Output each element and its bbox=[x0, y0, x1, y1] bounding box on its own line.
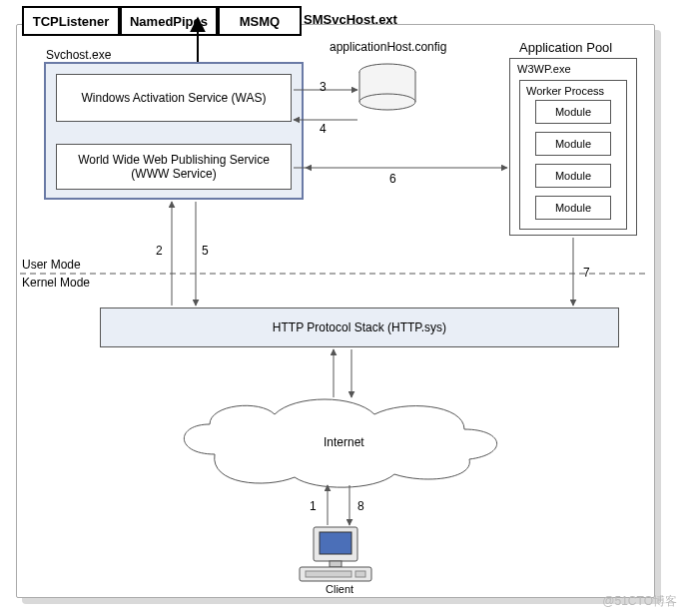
watermark: @51CTO博客 bbox=[602, 593, 677, 610]
num-4: 4 bbox=[320, 122, 327, 136]
svchost-title: Svchost.exe bbox=[46, 48, 111, 62]
worker-process-label: Worker Process bbox=[526, 85, 604, 97]
named-pipes-label: NamedPipes bbox=[130, 14, 208, 29]
module-box-4: Module bbox=[535, 196, 611, 220]
tcp-listener-box: TCPListener bbox=[22, 6, 120, 36]
num-2: 2 bbox=[156, 244, 163, 258]
num-1: 1 bbox=[310, 499, 317, 513]
module-box-1: Module bbox=[535, 100, 611, 124]
num-5: 5 bbox=[202, 244, 209, 258]
num-8: 8 bbox=[357, 499, 364, 513]
application-pool-label: Application Pool bbox=[519, 40, 612, 55]
w3wp-title: W3WP.exe bbox=[517, 63, 571, 75]
num-3: 3 bbox=[320, 80, 327, 94]
client-label: Client bbox=[326, 583, 353, 595]
httpsys-box: HTTP Protocol Stack (HTTP.sys) bbox=[100, 308, 619, 347]
svchost-ext-label: SMSvcHost.ext bbox=[304, 12, 397, 27]
apphost-config-label: applicationHost.config bbox=[330, 40, 446, 54]
num-6: 6 bbox=[389, 172, 396, 186]
named-pipes-box: NamedPipes bbox=[120, 6, 218, 36]
diagram-root: TCPListener NamedPipes MSMQ SMSvcHost.ex… bbox=[0, 0, 689, 616]
kernel-mode-label: Kernel Mode bbox=[22, 276, 90, 290]
httpsys-label: HTTP Protocol Stack (HTTP.sys) bbox=[273, 320, 446, 334]
was-label: Windows Activation Service (WAS) bbox=[82, 91, 267, 105]
internet-label: Internet bbox=[324, 435, 364, 449]
num-7: 7 bbox=[583, 266, 590, 280]
msmq-label: MSMQ bbox=[240, 14, 280, 29]
module-box-3: Module bbox=[535, 164, 611, 188]
user-mode-label: User Mode bbox=[22, 258, 81, 272]
msmq-box: MSMQ bbox=[218, 6, 302, 36]
www-service-label: World Wide Web Publishing Service (WWW S… bbox=[78, 153, 270, 181]
was-box: Windows Activation Service (WAS) bbox=[56, 74, 292, 122]
module-box-2: Module bbox=[535, 132, 611, 156]
www-service-box: World Wide Web Publishing Service (WWW S… bbox=[56, 144, 292, 190]
tcp-listener-label: TCPListener bbox=[33, 14, 110, 29]
